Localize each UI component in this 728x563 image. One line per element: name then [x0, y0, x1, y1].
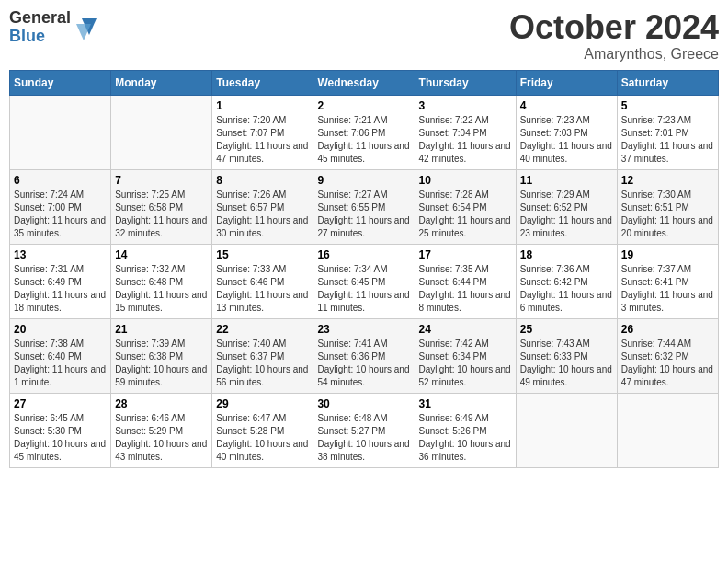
day-number: 1 [216, 99, 309, 112]
calendar-cell: 18Sunrise: 7:36 AM Sunset: 6:42 PM Dayli… [516, 244, 617, 318]
calendar-cell: 26Sunrise: 7:44 AM Sunset: 6:32 PM Dayli… [617, 318, 718, 393]
day-number: 13 [14, 248, 107, 261]
day-number: 27 [14, 397, 107, 410]
calendar-cell: 9Sunrise: 7:27 AM Sunset: 6:55 PM Daylig… [313, 169, 415, 244]
day-number: 31 [419, 397, 512, 410]
day-number: 12 [621, 174, 714, 187]
col-wednesday: Wednesday [313, 70, 415, 95]
calendar-cell [111, 95, 212, 169]
day-info: Sunrise: 7:38 AM Sunset: 6:40 PM Dayligh… [14, 338, 107, 389]
calendar-cell: 25Sunrise: 7:43 AM Sunset: 6:33 PM Dayli… [516, 318, 617, 393]
location-title: Amarynthos, Greece [509, 46, 719, 63]
calendar-cell: 29Sunrise: 6:47 AM Sunset: 5:28 PM Dayli… [212, 393, 313, 467]
calendar-cell [617, 393, 718, 467]
day-number: 28 [115, 397, 208, 410]
col-friday: Friday [516, 70, 617, 95]
day-info: Sunrise: 7:42 AM Sunset: 6:34 PM Dayligh… [419, 338, 512, 389]
calendar-week-1: 1Sunrise: 7:20 AM Sunset: 7:07 PM Daylig… [10, 95, 719, 169]
calendar-week-2: 6Sunrise: 7:24 AM Sunset: 7:00 PM Daylig… [10, 169, 719, 244]
day-info: Sunrise: 7:35 AM Sunset: 6:44 PM Dayligh… [419, 263, 512, 315]
day-number: 16 [317, 248, 410, 261]
calendar-cell: 11Sunrise: 7:29 AM Sunset: 6:52 PM Dayli… [516, 169, 617, 244]
day-number: 17 [419, 248, 512, 261]
day-number: 20 [14, 323, 107, 336]
calendar-cell: 16Sunrise: 7:34 AM Sunset: 6:45 PM Dayli… [313, 244, 415, 318]
calendar-header: Sunday Monday Tuesday Wednesday Thursday… [10, 70, 719, 95]
day-info: Sunrise: 7:30 AM Sunset: 6:51 PM Dayligh… [621, 189, 714, 240]
col-saturday: Saturday [617, 70, 718, 95]
day-number: 5 [621, 99, 714, 112]
day-info: Sunrise: 7:21 AM Sunset: 7:06 PM Dayligh… [317, 114, 410, 166]
calendar-cell: 21Sunrise: 7:39 AM Sunset: 6:38 PM Dayli… [111, 318, 212, 393]
col-thursday: Thursday [415, 70, 516, 95]
day-info: Sunrise: 7:39 AM Sunset: 6:38 PM Dayligh… [115, 338, 208, 389]
logo-icon [73, 15, 98, 40]
day-number: 25 [520, 323, 613, 336]
calendar-body: 1Sunrise: 7:20 AM Sunset: 7:07 PM Daylig… [10, 95, 719, 467]
day-info: Sunrise: 7:34 AM Sunset: 6:45 PM Dayligh… [317, 263, 410, 315]
day-number: 14 [115, 248, 208, 261]
day-info: Sunrise: 6:49 AM Sunset: 5:26 PM Dayligh… [419, 412, 512, 464]
calendar-week-5: 27Sunrise: 6:45 AM Sunset: 5:30 PM Dayli… [10, 393, 719, 467]
day-info: Sunrise: 7:41 AM Sunset: 6:36 PM Dayligh… [317, 338, 410, 389]
day-info: Sunrise: 7:22 AM Sunset: 7:04 PM Dayligh… [419, 114, 512, 166]
day-info: Sunrise: 7:23 AM Sunset: 7:01 PM Dayligh… [621, 114, 714, 166]
calendar-table: Sunday Monday Tuesday Wednesday Thursday… [9, 70, 719, 468]
day-number: 10 [419, 174, 512, 187]
day-info: Sunrise: 7:32 AM Sunset: 6:48 PM Dayligh… [115, 263, 208, 315]
day-number: 6 [14, 174, 107, 187]
day-info: Sunrise: 7:29 AM Sunset: 6:52 PM Dayligh… [520, 189, 613, 240]
day-number: 22 [216, 323, 309, 336]
day-number: 2 [317, 99, 410, 112]
calendar-cell: 22Sunrise: 7:40 AM Sunset: 6:37 PM Dayli… [212, 318, 313, 393]
calendar-cell: 31Sunrise: 6:49 AM Sunset: 5:26 PM Dayli… [415, 393, 516, 467]
calendar-cell: 7Sunrise: 7:25 AM Sunset: 6:58 PM Daylig… [111, 169, 212, 244]
day-number: 19 [621, 248, 714, 261]
logo-text: General Blue [9, 9, 71, 46]
day-number: 3 [419, 99, 512, 112]
col-tuesday: Tuesday [212, 70, 313, 95]
day-info: Sunrise: 7:23 AM Sunset: 7:03 PM Dayligh… [520, 114, 613, 166]
day-info: Sunrise: 7:26 AM Sunset: 6:57 PM Dayligh… [216, 189, 309, 240]
day-info: Sunrise: 6:48 AM Sunset: 5:27 PM Dayligh… [317, 412, 410, 464]
calendar-cell: 24Sunrise: 7:42 AM Sunset: 6:34 PM Dayli… [415, 318, 516, 393]
calendar-cell: 27Sunrise: 6:45 AM Sunset: 5:30 PM Dayli… [10, 393, 111, 467]
calendar-cell: 3Sunrise: 7:22 AM Sunset: 7:04 PM Daylig… [415, 95, 516, 169]
day-number: 15 [216, 248, 309, 261]
day-info: Sunrise: 7:27 AM Sunset: 6:55 PM Dayligh… [317, 189, 410, 240]
day-info: Sunrise: 7:20 AM Sunset: 7:07 PM Dayligh… [216, 114, 309, 166]
day-info: Sunrise: 7:40 AM Sunset: 6:37 PM Dayligh… [216, 338, 309, 389]
day-info: Sunrise: 7:33 AM Sunset: 6:46 PM Dayligh… [216, 263, 309, 315]
calendar-week-4: 20Sunrise: 7:38 AM Sunset: 6:40 PM Dayli… [10, 318, 719, 393]
calendar-cell: 28Sunrise: 6:46 AM Sunset: 5:29 PM Dayli… [111, 393, 212, 467]
day-number: 23 [317, 323, 410, 336]
calendar-cell: 15Sunrise: 7:33 AM Sunset: 6:46 PM Dayli… [212, 244, 313, 318]
day-number: 30 [317, 397, 410, 410]
month-title: October 2024 [509, 9, 719, 46]
day-number: 29 [216, 397, 309, 410]
calendar-cell: 5Sunrise: 7:23 AM Sunset: 7:01 PM Daylig… [617, 95, 718, 169]
calendar-cell: 17Sunrise: 7:35 AM Sunset: 6:44 PM Dayli… [415, 244, 516, 318]
col-sunday: Sunday [10, 70, 111, 95]
calendar-cell: 23Sunrise: 7:41 AM Sunset: 6:36 PM Dayli… [313, 318, 415, 393]
day-number: 9 [317, 174, 410, 187]
calendar-cell [516, 393, 617, 467]
calendar-cell: 1Sunrise: 7:20 AM Sunset: 7:07 PM Daylig… [212, 95, 313, 169]
calendar-cell: 4Sunrise: 7:23 AM Sunset: 7:03 PM Daylig… [516, 95, 617, 169]
col-monday: Monday [111, 70, 212, 95]
header-row: Sunday Monday Tuesday Wednesday Thursday… [10, 70, 719, 95]
day-info: Sunrise: 6:45 AM Sunset: 5:30 PM Dayligh… [14, 412, 107, 464]
day-number: 8 [216, 174, 309, 187]
day-info: Sunrise: 7:43 AM Sunset: 6:33 PM Dayligh… [520, 338, 613, 389]
page-header: General Blue October 2024 Amarynthos, Gr… [9, 9, 719, 63]
day-number: 4 [520, 99, 613, 112]
calendar-week-3: 13Sunrise: 7:31 AM Sunset: 6:49 PM Dayli… [10, 244, 719, 318]
calendar-cell: 8Sunrise: 7:26 AM Sunset: 6:57 PM Daylig… [212, 169, 313, 244]
calendar-cell: 30Sunrise: 6:48 AM Sunset: 5:27 PM Dayli… [313, 393, 415, 467]
day-info: Sunrise: 6:47 AM Sunset: 5:28 PM Dayligh… [216, 412, 309, 464]
calendar-cell: 12Sunrise: 7:30 AM Sunset: 6:51 PM Dayli… [617, 169, 718, 244]
day-info: Sunrise: 6:46 AM Sunset: 5:29 PM Dayligh… [115, 412, 208, 464]
calendar-cell: 6Sunrise: 7:24 AM Sunset: 7:00 PM Daylig… [10, 169, 111, 244]
day-info: Sunrise: 7:44 AM Sunset: 6:32 PM Dayligh… [621, 338, 714, 389]
day-number: 11 [520, 174, 613, 187]
